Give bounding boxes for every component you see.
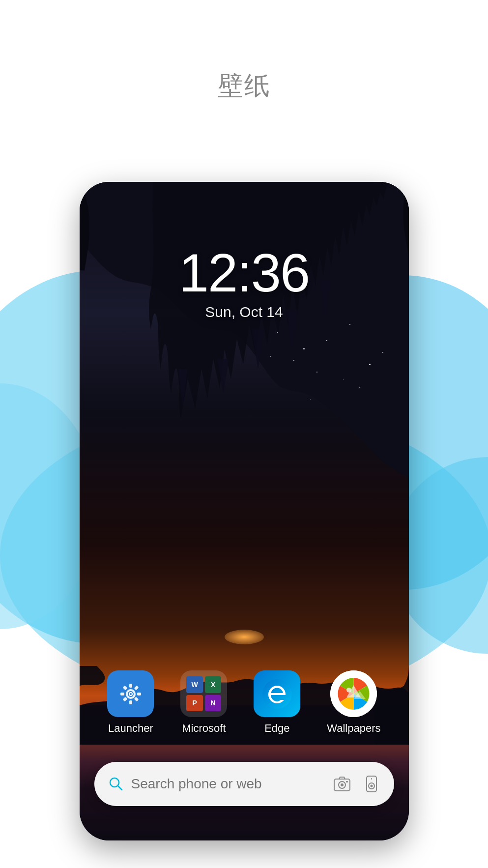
edge-icon: [254, 670, 300, 717]
svg-rect-13: [129, 684, 132, 688]
svg-point-30: [341, 783, 344, 786]
clock-widget: 12:36 Sun, Oct 14: [80, 246, 409, 320]
wallpapers-icon: [330, 670, 377, 717]
ms-excel-icon: X: [205, 676, 222, 693]
svg-point-34: [370, 785, 373, 787]
page-title: 壁纸: [0, 69, 488, 103]
search-input[interactable]: [131, 776, 332, 792]
svg-rect-15: [120, 693, 124, 695]
phone-screen: 12:36 Sun, Oct 14: [80, 182, 409, 840]
ms-onenote-icon: N: [205, 695, 222, 712]
phone-frame: 12:36 Sun, Oct 14: [80, 182, 409, 840]
svg-point-22: [130, 693, 132, 695]
camera-search-button[interactable]: [332, 774, 352, 794]
microsoft-icon: W X P N: [180, 670, 227, 717]
search-actions: [332, 774, 382, 794]
launcher-icon: [107, 670, 154, 717]
app-row: Launcher W X P N Microsoft: [80, 670, 409, 735]
app-wallpapers[interactable]: Wallpapers: [327, 670, 380, 735]
launcher-label: Launcher: [108, 722, 153, 735]
clock-time: 12:36: [80, 246, 409, 300]
edge-label: Edge: [264, 722, 289, 735]
voice-search-button[interactable]: [361, 774, 382, 794]
horizon-glow: [225, 630, 264, 644]
svg-point-25: [346, 688, 351, 693]
svg-line-27: [118, 786, 122, 790]
ms-word-icon: W: [186, 676, 203, 693]
stars-layer: [80, 182, 409, 577]
svg-rect-16: [137, 693, 141, 695]
svg-rect-31: [346, 781, 348, 782]
search-bar[interactable]: [94, 762, 394, 806]
ms-powerpoint-icon: P: [186, 695, 203, 712]
wallpapers-label: Wallpapers: [327, 722, 380, 735]
app-microsoft[interactable]: W X P N Microsoft: [180, 670, 227, 735]
svg-rect-14: [129, 700, 132, 704]
app-launcher[interactable]: Launcher: [107, 670, 154, 735]
microsoft-label: Microsoft: [182, 722, 226, 735]
app-edge[interactable]: Edge: [254, 670, 300, 735]
clock-date: Sun, Oct 14: [80, 304, 409, 320]
search-icon: [107, 775, 125, 793]
